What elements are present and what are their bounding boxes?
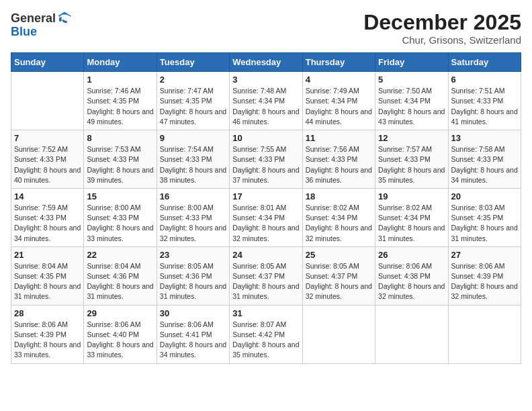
- col-header-tuesday: Tuesday: [157, 53, 229, 72]
- sunset-text: Sunset: 4:33 PM: [232, 154, 299, 165]
- daylight-text: Daylight: 8 hours and34 minutes.: [14, 223, 81, 243]
- day-number: 24: [232, 250, 299, 260]
- sunrise-text: Sunrise: 7:54 AM: [160, 144, 226, 154]
- day-number: 16: [160, 191, 226, 201]
- calendar-cell: [448, 305, 521, 363]
- calendar-cell: 12Sunrise: 7:57 AMSunset: 4:33 PMDayligh…: [375, 130, 448, 189]
- calendar-cell: 13Sunrise: 7:58 AMSunset: 4:33 PMDayligh…: [448, 130, 521, 189]
- daylight-text: Daylight: 8 hours and35 minutes.: [232, 340, 299, 360]
- calendar-cell: 21Sunrise: 8:04 AMSunset: 4:35 PMDayligh…: [11, 246, 84, 305]
- calendar-cell: 8Sunrise: 7:53 AMSunset: 4:33 PMDaylight…: [84, 130, 157, 189]
- sunrise-text: Sunrise: 8:02 AM: [378, 203, 445, 213]
- day-number: 18: [306, 191, 372, 201]
- sunrise-text: Sunrise: 7:55 AM: [232, 144, 299, 154]
- sunrise-text: Sunrise: 8:00 AM: [87, 203, 153, 213]
- day-info: Sunrise: 8:00 AMSunset: 4:33 PMDaylight:…: [87, 203, 153, 244]
- logo: General Blue: [11, 11, 72, 38]
- sunrise-text: Sunrise: 7:48 AM: [232, 86, 299, 96]
- sunrise-text: Sunrise: 8:06 AM: [87, 320, 153, 330]
- calendar-cell: 31Sunrise: 8:07 AMSunset: 4:42 PMDayligh…: [230, 305, 302, 363]
- sunrise-text: Sunrise: 7:56 AM: [306, 144, 372, 154]
- title-block: December 2025 Chur, Grisons, Switzerland: [363, 11, 521, 46]
- day-number: 30: [160, 308, 226, 318]
- month-title: December 2025: [363, 11, 521, 34]
- daylight-text: Daylight: 8 hours and33 minutes.: [87, 223, 153, 243]
- day-info: Sunrise: 7:59 AMSunset: 4:33 PMDaylight:…: [14, 203, 81, 244]
- calendar-table: SundayMondayTuesdayWednesdayThursdayFrid…: [11, 52, 521, 363]
- daylight-text: Daylight: 8 hours and44 minutes.: [306, 107, 372, 127]
- day-info: Sunrise: 8:02 AMSunset: 4:34 PMDaylight:…: [306, 203, 372, 244]
- day-info: Sunrise: 7:55 AMSunset: 4:33 PMDaylight:…: [232, 144, 299, 185]
- day-number: 21: [14, 250, 81, 260]
- daylight-text: Daylight: 8 hours and41 minutes.: [451, 107, 518, 127]
- day-number: 4: [306, 75, 372, 85]
- day-info: Sunrise: 7:49 AMSunset: 4:34 PMDaylight:…: [306, 86, 372, 127]
- col-header-monday: Monday: [84, 53, 157, 72]
- calendar-week-row: 7Sunrise: 7:52 AMSunset: 4:33 PMDaylight…: [11, 130, 521, 189]
- daylight-text: Daylight: 8 hours and32 minutes.: [306, 281, 372, 302]
- day-number: 25: [306, 250, 372, 260]
- day-info: Sunrise: 7:58 AMSunset: 4:33 PMDaylight:…: [451, 144, 518, 185]
- sunset-text: Sunset: 4:38 PM: [378, 271, 445, 281]
- sunrise-text: Sunrise: 7:47 AM: [160, 86, 226, 96]
- calendar-cell: 4Sunrise: 7:49 AMSunset: 4:34 PMDaylight…: [302, 72, 375, 130]
- day-info: Sunrise: 8:06 AMSunset: 4:41 PMDaylight:…: [160, 320, 226, 361]
- sunset-text: Sunset: 4:39 PM: [451, 271, 518, 281]
- sunrise-text: Sunrise: 8:00 AM: [160, 203, 226, 213]
- day-number: 12: [378, 133, 445, 143]
- sunset-text: Sunset: 4:35 PM: [160, 96, 226, 106]
- calendar-cell: 26Sunrise: 8:06 AMSunset: 4:38 PMDayligh…: [375, 246, 448, 305]
- day-info: Sunrise: 8:05 AMSunset: 4:36 PMDaylight:…: [160, 261, 226, 302]
- col-header-thursday: Thursday: [302, 53, 375, 72]
- calendar-cell: 23Sunrise: 8:05 AMSunset: 4:36 PMDayligh…: [157, 246, 229, 305]
- day-info: Sunrise: 7:52 AMSunset: 4:33 PMDaylight:…: [14, 144, 81, 185]
- calendar-cell: [11, 72, 84, 130]
- daylight-text: Daylight: 8 hours and34 minutes.: [160, 340, 226, 360]
- daylight-text: Daylight: 8 hours and31 minutes.: [14, 281, 81, 302]
- day-number: 17: [232, 191, 299, 201]
- day-number: 27: [451, 250, 518, 260]
- daylight-text: Daylight: 8 hours and49 minutes.: [87, 107, 153, 127]
- calendar-cell: 3Sunrise: 7:48 AMSunset: 4:34 PMDaylight…: [230, 72, 302, 130]
- sunset-text: Sunset: 4:41 PM: [160, 330, 226, 340]
- day-number: 19: [378, 191, 445, 201]
- day-info: Sunrise: 8:00 AMSunset: 4:33 PMDaylight:…: [160, 203, 226, 244]
- col-header-wednesday: Wednesday: [230, 53, 302, 72]
- sunset-text: Sunset: 4:34 PM: [378, 96, 445, 106]
- sunset-text: Sunset: 4:34 PM: [232, 96, 299, 106]
- col-header-friday: Friday: [375, 53, 448, 72]
- calendar-cell: 17Sunrise: 8:01 AMSunset: 4:34 PMDayligh…: [230, 188, 302, 246]
- sunrise-text: Sunrise: 8:01 AM: [232, 203, 299, 213]
- day-number: 20: [451, 191, 518, 201]
- daylight-text: Daylight: 8 hours and38 minutes.: [160, 165, 226, 185]
- calendar-week-row: 1Sunrise: 7:46 AMSunset: 4:35 PMDaylight…: [11, 72, 521, 130]
- subtitle: Chur, Grisons, Switzerland: [363, 34, 521, 46]
- page-header: General Blue December 2025 Chur, Grisons…: [11, 11, 521, 46]
- sunset-text: Sunset: 4:36 PM: [87, 271, 153, 281]
- logo-icon: [57, 11, 72, 26]
- calendar-cell: [302, 305, 375, 363]
- day-number: 14: [14, 191, 81, 201]
- sunset-text: Sunset: 4:33 PM: [160, 213, 226, 223]
- day-info: Sunrise: 8:04 AMSunset: 4:35 PMDaylight:…: [14, 261, 81, 302]
- sunset-text: Sunset: 4:40 PM: [87, 330, 153, 340]
- calendar-cell: 14Sunrise: 7:59 AMSunset: 4:33 PMDayligh…: [11, 188, 84, 246]
- day-info: Sunrise: 7:47 AMSunset: 4:35 PMDaylight:…: [160, 86, 226, 127]
- sunset-text: Sunset: 4:33 PM: [87, 154, 153, 165]
- daylight-text: Daylight: 8 hours and32 minutes.: [378, 281, 445, 302]
- daylight-text: Daylight: 8 hours and32 minutes.: [451, 281, 518, 302]
- calendar-cell: 18Sunrise: 8:02 AMSunset: 4:34 PMDayligh…: [302, 188, 375, 246]
- sunrise-text: Sunrise: 8:07 AM: [232, 320, 299, 330]
- day-number: 10: [232, 133, 299, 143]
- daylight-text: Daylight: 8 hours and35 minutes.: [378, 165, 445, 185]
- day-number: 2: [160, 75, 226, 85]
- col-header-saturday: Saturday: [448, 53, 521, 72]
- sunset-text: Sunset: 4:33 PM: [14, 154, 81, 165]
- calendar-cell: 5Sunrise: 7:50 AMSunset: 4:34 PMDaylight…: [375, 72, 448, 130]
- daylight-text: Daylight: 8 hours and32 minutes.: [232, 223, 299, 243]
- day-number: 9: [160, 133, 226, 143]
- sunrise-text: Sunrise: 7:46 AM: [87, 86, 153, 96]
- sunrise-text: Sunrise: 7:49 AM: [306, 86, 372, 96]
- calendar-cell: 7Sunrise: 7:52 AMSunset: 4:33 PMDaylight…: [11, 130, 84, 189]
- sunset-text: Sunset: 4:35 PM: [14, 271, 81, 281]
